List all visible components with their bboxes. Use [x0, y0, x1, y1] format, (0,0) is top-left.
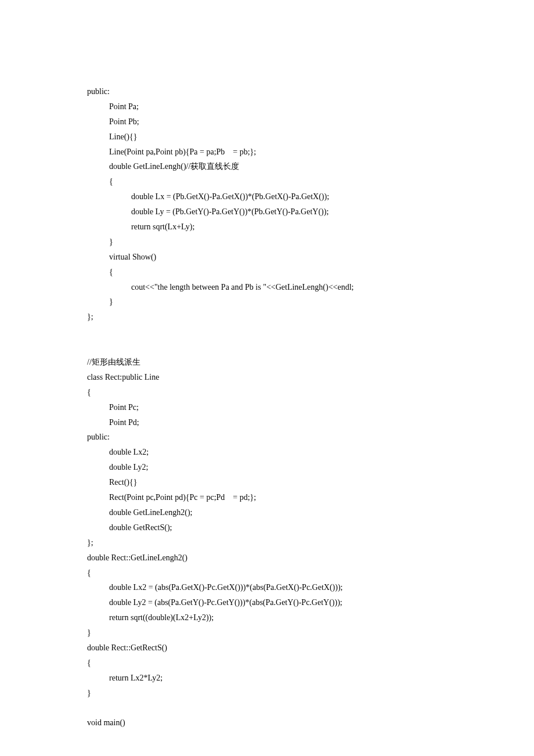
code-line: cout<<"the length between Pa and Pb is "… — [87, 280, 447, 295]
code-line: //矩形由线派生 — [87, 355, 447, 370]
code-line: class Rect:public Line — [87, 370, 447, 385]
code-line: double Ly2 = (abs(Pa.GetY()-Pc.GetY()))*… — [87, 595, 447, 610]
code-line: Point Pa; — [87, 99, 447, 114]
code-line: Point Pb; — [87, 114, 447, 129]
code-line: } — [87, 686, 447, 701]
code-line: { — [87, 385, 447, 400]
code-line: double Rect::GetRectS() — [87, 640, 447, 656]
code-line: double GetLineLengh2(); — [87, 505, 447, 520]
code-line: { — [87, 174, 447, 189]
code-line: Rect(){} — [87, 475, 447, 490]
code-line: { — [87, 566, 447, 581]
code-line: double Ly2; — [87, 460, 447, 475]
code-line: Rect(Point pc,Point pd){Pc = pc;Pd = pd;… — [87, 490, 447, 505]
code-line: Point Pd; — [87, 415, 447, 430]
code-line: double GetRectS(); — [87, 520, 447, 535]
code-line: } — [87, 625, 447, 640]
code-line: return sqrt((double)(Lx2+Ly2)); — [87, 610, 447, 625]
code-line: double Lx2; — [87, 445, 447, 460]
code-line: double Rect::GetLineLengh2() — [87, 550, 447, 566]
code-line: { — [87, 656, 447, 671]
code-line: } — [87, 235, 447, 250]
code-line: double Lx = (Pb.GetX()-Pa.GetX())*(Pb.Ge… — [87, 189, 447, 204]
code-document: public:Point Pa;Point Pb;Line(){}Line(Po… — [87, 84, 447, 730]
code-line: }; — [87, 535, 447, 550]
code-line — [87, 701, 447, 716]
code-line: double GetLineLengh()//获取直线长度 — [87, 159, 447, 174]
code-line: virtual Show() — [87, 250, 447, 265]
code-line: return Lx2*Ly2; — [87, 671, 447, 686]
code-line: }; — [87, 309, 447, 325]
code-line: public: — [87, 430, 447, 445]
code-line: public: — [87, 84, 447, 99]
code-line: } — [87, 294, 447, 309]
code-line: Line(){} — [87, 129, 447, 145]
code-line — [87, 325, 447, 340]
code-line: return sqrt(Lx+Ly); — [87, 219, 447, 235]
code-line: Line(Point pa,Point pb){Pa = pa;Pb = pb;… — [87, 145, 447, 160]
code-line: { — [87, 265, 447, 280]
code-line — [87, 340, 447, 355]
code-line: double Ly = (Pb.GetY()-Pa.GetY())*(Pb.Ge… — [87, 204, 447, 219]
code-line: Point Pc; — [87, 400, 447, 415]
code-line: void main() — [87, 715, 447, 730]
code-line: double Lx2 = (abs(Pa.GetX()-Pc.GetX()))*… — [87, 580, 447, 595]
